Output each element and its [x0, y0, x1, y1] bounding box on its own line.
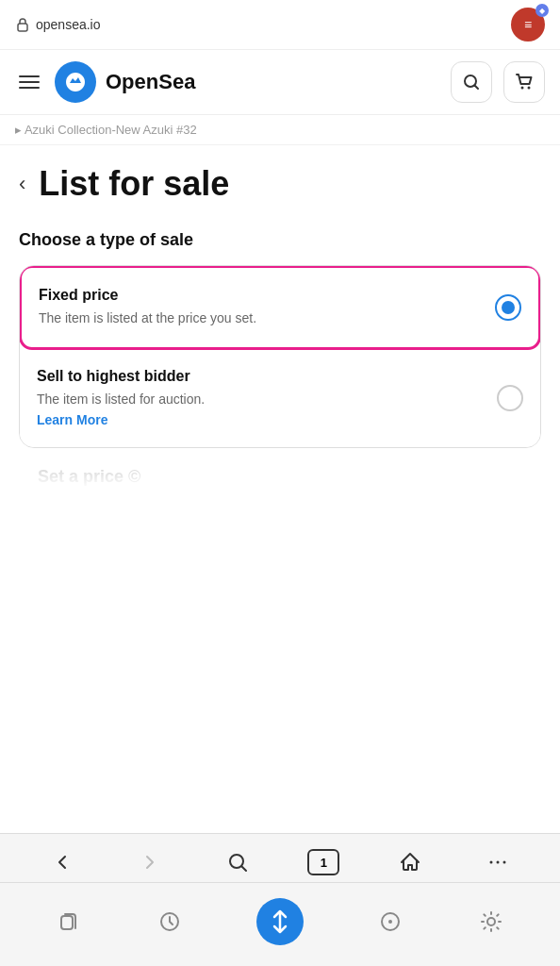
browser-back-button[interactable] [45, 845, 79, 879]
sale-type-cards: Fixed price The item is listed at the pr… [19, 265, 541, 448]
avatar-icon: ≡ [524, 17, 532, 32]
browser-forward-button[interactable] [133, 845, 167, 879]
opensea-logo[interactable] [55, 61, 96, 103]
cart-icon [514, 72, 535, 92]
fixed-price-title: Fixed price [39, 287, 484, 304]
hamburger-button[interactable] [15, 72, 43, 92]
dock-tabs-icon [56, 908, 82, 935]
home-icon [399, 851, 421, 874]
hamburger-line-3 [19, 87, 40, 89]
dock-swap-button[interactable] [251, 892, 309, 951]
dock-compass-button[interactable] [371, 903, 409, 941]
more-icon [486, 851, 509, 874]
page-content: ‹ List for sale Choose a type of sale Fi… [0, 145, 560, 506]
svg-point-11 [388, 920, 392, 924]
auction-card[interactable]: Sell to highest bidder The item is liste… [20, 349, 540, 448]
user-avatar[interactable]: ≡ ◆ [511, 8, 545, 42]
page-title: List for sale [39, 164, 229, 204]
lock-icon [15, 17, 30, 32]
browser-search-button[interactable] [221, 845, 255, 879]
swap-icon [268, 909, 292, 934]
svg-point-3 [528, 87, 531, 90]
auction-title: Sell to highest bidder [37, 368, 486, 385]
clock-icon [156, 908, 183, 935]
fixed-price-radio[interactable] [495, 294, 521, 321]
page-title-row: ‹ List for sale [19, 164, 541, 204]
bottom-dock [0, 882, 560, 966]
hamburger-line-2 [19, 81, 40, 83]
sale-type-section-title: Choose a type of sale [19, 230, 541, 250]
cart-button[interactable] [503, 61, 545, 103]
compass-icon [377, 908, 404, 935]
swap-circle [256, 898, 304, 945]
svg-point-5 [489, 861, 492, 864]
search-button[interactable] [451, 61, 492, 103]
dock-tabs-button[interactable] [50, 903, 88, 941]
auction-radio[interactable] [497, 385, 523, 411]
auction-desc: The item is listed for auction. [37, 391, 486, 409]
dock-settings-button[interactable] [472, 903, 510, 941]
browser-back-icon [51, 851, 74, 874]
search-icon [462, 73, 481, 92]
learn-more-link[interactable]: Learn More [37, 412, 107, 427]
browser-home-button[interactable] [393, 845, 427, 879]
browser-forward-icon [139, 851, 161, 874]
status-bar: opensea.io ≡ ◆ [0, 0, 560, 50]
logo-wrapper: OpenSea [55, 61, 439, 103]
auction-card-text: Sell to highest bidder The item is liste… [37, 368, 486, 429]
eth-badge: ◆ [535, 4, 549, 17]
svg-rect-0 [18, 24, 27, 31]
url-bar: opensea.io [15, 17, 101, 32]
dock-history-button[interactable] [151, 903, 189, 941]
svg-point-7 [502, 861, 505, 864]
breadcrumb-text: ▸ Azuki Collection-New Azuki #32 [15, 123, 197, 137]
svg-rect-8 [61, 916, 73, 929]
settings-icon [478, 908, 504, 935]
opensea-logo-text: OpenSea [106, 70, 195, 94]
opensea-logo-icon [63, 70, 88, 94]
hamburger-line-1 [19, 75, 40, 77]
fixed-price-radio-dot [502, 301, 515, 314]
url-text: opensea.io [36, 17, 101, 32]
fixed-price-desc: The item is listed at the price you set. [39, 309, 484, 328]
fixed-price-card[interactable]: Fixed price The item is listed at the pr… [19, 265, 541, 350]
browser-search-icon [226, 851, 249, 874]
nav-header: OpenSea [0, 50, 560, 115]
browser-more-button[interactable] [481, 845, 515, 879]
svg-point-12 [487, 918, 495, 925]
back-button[interactable]: ‹ [19, 172, 25, 196]
tab-count[interactable]: 1 [307, 849, 339, 875]
breadcrumb: ▸ Azuki Collection-New Azuki #32 [0, 115, 560, 145]
svg-point-6 [496, 861, 499, 864]
fixed-price-card-text: Fixed price The item is listed at the pr… [39, 287, 484, 328]
bottom-fade-section: Set a price © [19, 448, 541, 487]
svg-point-2 [521, 87, 524, 90]
fade-overlay [19, 449, 541, 487]
